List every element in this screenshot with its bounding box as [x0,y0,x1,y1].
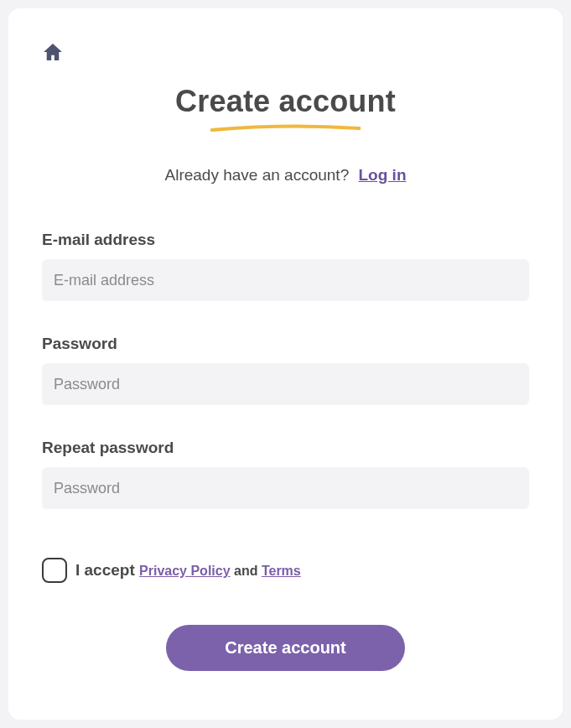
password-group: Password [42,335,529,405]
home-icon[interactable] [44,44,62,64]
password-label: Password [42,335,529,353]
submit-row: Create account [42,625,529,671]
accept-text-wrap: I accept Privacy Policy and Terms [75,561,301,580]
accept-checkbox[interactable] [42,558,67,583]
signup-form: E-mail address Password Repeat password … [42,231,529,671]
accept-row: I accept Privacy Policy and Terms [42,558,529,583]
repeat-password-group: Repeat password [42,439,529,509]
password-field[interactable] [42,363,529,405]
login-prompt: Already have an account? Log in [42,166,529,185]
accept-prefix: I accept [75,561,139,579]
email-field[interactable] [42,259,529,301]
page-title: Create account [175,84,396,119]
repeat-password-field[interactable] [42,467,529,509]
privacy-policy-link[interactable]: Privacy Policy [139,564,231,578]
repeat-password-label: Repeat password [42,439,529,457]
login-link[interactable]: Log in [359,166,407,184]
email-label: E-mail address [42,231,529,249]
terms-link[interactable]: Terms [262,564,301,578]
email-group: E-mail address [42,231,529,301]
signup-card: Create account Already have an account? … [8,8,563,720]
title-wrap: Create account [175,84,396,133]
create-account-button[interactable]: Create account [166,625,405,671]
accept-and: and [231,564,262,578]
login-prompt-text: Already have an account? [165,166,350,184]
title-underline [210,124,361,133]
